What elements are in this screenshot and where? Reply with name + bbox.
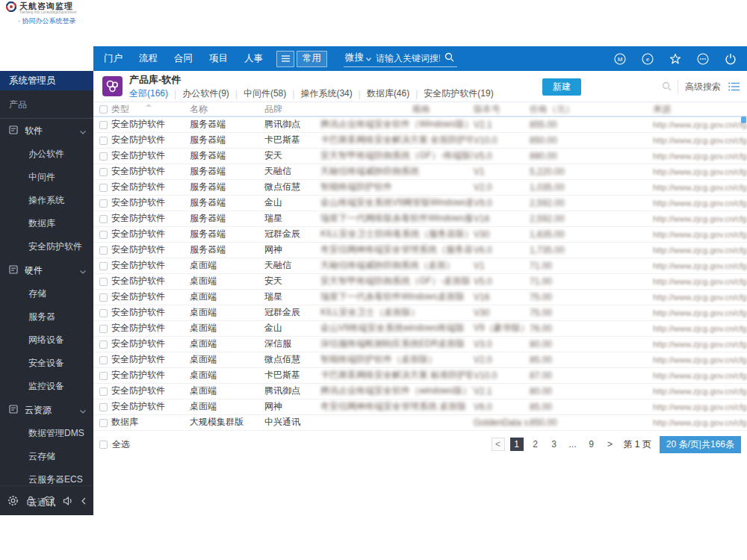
row-checkbox[interactable] — [99, 215, 108, 223]
view-list-icon[interactable] — [728, 81, 740, 94]
table-row[interactable]: 安全防护软件桌面端安天安天智甲终端防御系统（GF）-桌面版V5.071.00ht… — [93, 273, 747, 289]
cell-source[interactable]: http://www.zjcg.gov.cn/cfg/ — [651, 148, 747, 164]
sidebar-item[interactable]: 网络设备 — [0, 329, 93, 352]
table-row[interactable]: 数据库大规模集群版中兴通讯GoldenData s...850.00http:/… — [93, 414, 747, 430]
pagination-page[interactable]: 2 — [529, 438, 542, 451]
nav-tab[interactable]: 流程 — [139, 52, 158, 65]
cell-source[interactable]: http://www.zjcg.gov.cn/cfg/ — [651, 132, 747, 148]
cell-source[interactable]: http://www.zjcg.gov.cn/cfg/ — [651, 258, 747, 273]
table-scrollbar-thumb[interactable] — [741, 116, 746, 123]
nav-tab[interactable]: 门户 — [104, 52, 123, 65]
row-checkbox[interactable] — [99, 372, 108, 380]
table-row[interactable]: 安全防护软件服务器端腾讯御点腾讯企业终端安全软件（Windows版）V2.185… — [93, 116, 747, 132]
search-scope-dropdown[interactable]: 微搜 — [345, 52, 371, 64]
filter-tab[interactable]: 安全防护软件(19) — [424, 87, 493, 102]
cell-source[interactable]: http://www.zjcg.gov.cn/cfg/ — [651, 399, 747, 414]
row-checkbox[interactable] — [99, 231, 108, 239]
row-checkbox[interactable] — [99, 152, 108, 161]
table-row[interactable]: 安全防护软件桌面端天融信天融信终端威胁防御系统（桌面）V171.00http:/… — [93, 258, 747, 273]
table-row[interactable]: 安全防护软件服务器端安天安天智甲终端防御系统（GF）-终端版防病毒V5.0880… — [93, 148, 747, 164]
row-checkbox[interactable] — [99, 121, 108, 129]
pagination-page[interactable]: 3 — [548, 438, 561, 451]
table-row[interactable]: 安全防护软件服务器端金山金山终端安全系统V9网管版Windows服务器版V9.0… — [93, 195, 747, 211]
sidebar-group-header[interactable]: 云资源 — [0, 398, 93, 422]
row-checkbox[interactable] — [99, 168, 108, 176]
filter-tab[interactable]: 办公软件(9) — [182, 87, 229, 102]
row-checkbox[interactable] — [99, 293, 108, 302]
nav-tab[interactable]: 合同 — [174, 52, 193, 65]
cell-source[interactable]: http://www.zjcg.gov.cn/cfg/ — [651, 179, 747, 195]
page-jump-label[interactable]: 第 1 页 — [624, 438, 651, 451]
sidebar-item[interactable]: 安全设备 — [0, 352, 93, 375]
table-row[interactable]: 安全防护软件桌面端金山金山V9终端安全系统windows终端版V9（豪华版）76… — [93, 320, 747, 336]
table-row[interactable]: 安全防护软件桌面端微点佰慧智能终端防护软件（桌面版）V2.085.00http:… — [93, 352, 747, 367]
select-all-checkbox[interactable] — [99, 441, 108, 449]
row-checkbox[interactable] — [99, 246, 108, 255]
sidebar-group-header[interactable]: 软件 — [0, 119, 93, 143]
table-row[interactable]: 安全防护软件服务器端微点佰慧智能终端防护软件V2.01,035.00http:/… — [93, 179, 747, 195]
col-header-name[interactable]: 名称 — [188, 102, 263, 116]
table-row[interactable]: 安全防护软件桌面端卡巴斯基卡巴斯基网络安全解决方案 标准防护版（KL 桌面）- … — [93, 367, 747, 383]
nav-tab-active[interactable]: 常用 — [297, 51, 327, 67]
select-all-checkbox-header[interactable] — [99, 105, 108, 113]
new-button[interactable]: 新建 — [542, 78, 581, 96]
table-row[interactable]: 安全防护软件服务器端冠群金辰KILL安全卫士防病毒系统（服务器版）V301,63… — [93, 226, 747, 242]
table-row[interactable]: 安全防护软件服务器端瑞星瑞星下一代网络版杀毒软件Windows服务器版V162,… — [93, 211, 747, 226]
row-checkbox[interactable] — [99, 262, 108, 270]
sidebar-item[interactable]: 办公软件 — [0, 143, 93, 166]
col-header-spec[interactable]: 规格 — [319, 102, 472, 116]
sidebar-item[interactable]: 服务器 — [0, 305, 93, 329]
table-row[interactable]: 安全防护软件桌面端网神奇安信网神终端安全管理系统 桌面版V6.085.00htt… — [93, 399, 747, 414]
col-header-version[interactable]: 版本号 — [472, 102, 528, 116]
favorite-star-icon[interactable] — [669, 53, 681, 65]
sidebar-item[interactable]: 操作系统 — [0, 189, 93, 212]
cell-source[interactable]: http://www.zjcg.gov.cn/cfg/ — [651, 336, 747, 352]
sidebar-item[interactable]: 数据库 — [0, 212, 93, 235]
pagination-page[interactable]: 9 — [585, 438, 598, 451]
table-row[interactable]: 安全防护软件桌面端深信服深信服终端检测响应系统EDR桌面版V3.080.00ht… — [93, 336, 747, 352]
table-search-icon[interactable] — [662, 81, 672, 94]
sidebar-item[interactable]: 云存储 — [0, 445, 93, 468]
power-icon[interactable] — [725, 53, 737, 65]
sidebar-item[interactable]: 数据管理DMS — [0, 422, 93, 445]
cell-source[interactable]: http://www.zjcg.gov.cn/cfg/ — [651, 242, 747, 258]
row-checkbox[interactable] — [99, 137, 108, 145]
table-search-input[interactable] — [587, 82, 658, 93]
theme-shirt-icon[interactable] — [43, 496, 55, 506]
row-checkbox[interactable] — [99, 419, 108, 427]
advanced-search-link[interactable]: 高级搜索 — [678, 80, 722, 94]
cell-source[interactable]: http://www.zjcg.gov.cn/cfg/ — [651, 305, 747, 320]
cell-source[interactable]: http://www.zjcg.gov.cn/cfg/ — [651, 352, 747, 367]
filter-tab[interactable]: 中间件(58) — [244, 87, 286, 102]
sidebar-group-header[interactable]: 硬件 — [0, 258, 93, 282]
nav-more-button[interactable] — [276, 51, 294, 67]
collapse-chevron-icon[interactable] — [81, 497, 86, 505]
cell-source[interactable]: http://www.zjcg.gov.cn/cfg/ — [651, 273, 747, 289]
select-all-control[interactable]: 全选 — [99, 438, 130, 451]
row-checkbox[interactable] — [99, 388, 108, 396]
row-checkbox[interactable] — [99, 356, 108, 364]
table-row[interactable]: 安全防护软件服务器端网神奇安信网神终端安全管理系统（服务器）V6.01,735.… — [93, 242, 747, 258]
row-checkbox[interactable] — [99, 199, 108, 208]
sidebar-item[interactable]: 存储 — [0, 282, 93, 305]
message-icon[interactable]: e — [642, 53, 654, 65]
row-checkbox[interactable] — [99, 325, 108, 333]
filter-tab[interactable]: 全部(166) — [129, 87, 168, 102]
settings-gear-icon[interactable] — [7, 495, 19, 506]
sidebar-role[interactable]: 系统管理员 — [0, 71, 93, 90]
row-checkbox[interactable] — [99, 278, 108, 286]
sidebar-item[interactable]: 中间件 — [0, 166, 93, 189]
col-header-price[interactable]: 价格（元） — [528, 102, 651, 116]
cell-source[interactable]: http://www.zjcg.gov.cn/cfg/ — [651, 320, 747, 336]
table-row[interactable]: 安全防护软件服务器端天融信天融信终端威胁防御系统V15,220.00http:/… — [93, 164, 747, 179]
cell-source[interactable]: http://www.zjcg.gov.cn/cfg/ — [651, 195, 747, 211]
page-size-selector[interactable]: 20 条/页|共166条 — [660, 436, 741, 453]
table-row[interactable]: 安全防护软件桌面端瑞星瑞星下一代杀毒软件Windows桌面版V1675.00ht… — [93, 289, 747, 305]
filter-tab[interactable]: 操作系统(34) — [300, 87, 352, 102]
lock-icon[interactable] — [25, 495, 36, 506]
cell-source[interactable]: http://www.zjcg.gov.cn/cfg/ — [651, 164, 747, 179]
table-row[interactable]: 安全防护软件服务器端卡巴斯基卡巴斯基网络安全解决方案 全面防护增强版（KL 增强… — [93, 132, 747, 148]
oa-login-link[interactable]: · 协同办公系统登录 — [6, 16, 89, 26]
sidebar-item[interactable]: 安全防护软件 — [0, 235, 93, 258]
filter-tab[interactable]: 数据库(46) — [367, 87, 409, 102]
